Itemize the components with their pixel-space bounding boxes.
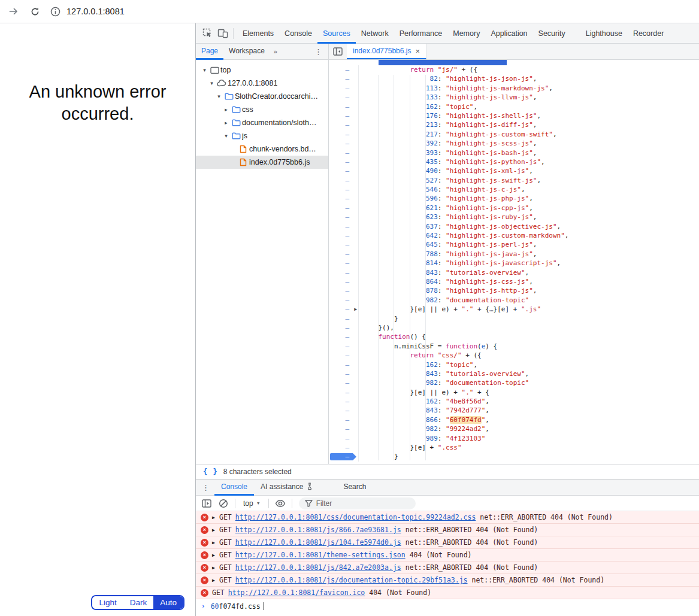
code-line[interactable]: – }(),	[329, 323, 699, 332]
code-line[interactable]: – 113: "highlight-js-markdown-js",	[329, 84, 699, 93]
line-gutter[interactable]: –	[329, 314, 359, 323]
code-line[interactable]: – 982: "99224ad2",	[329, 424, 699, 433]
tree-item-js[interactable]: ▾js	[196, 129, 328, 142]
pretty-print-icon[interactable]: { }	[203, 468, 218, 476]
fold-arrow-icon[interactable]: ▶	[354, 305, 357, 314]
code-line[interactable]: – 788: "highlight-js-java-js",	[329, 250, 699, 259]
line-gutter[interactable]: –	[329, 277, 359, 286]
tree-item-top[interactable]: ▾top	[196, 63, 328, 77]
code-line[interactable]: – 527: "highlight-js-swift-js",	[329, 176, 699, 185]
drawer-more-icon[interactable]: ⋮	[196, 483, 214, 492]
line-gutter[interactable]: –	[329, 323, 359, 332]
forward-button[interactable]	[5, 3, 22, 20]
request-url-link[interactable]: http://127.0.0.1:8081/favicon.ico	[228, 588, 365, 597]
console-error-row[interactable]: ×▶GEThttp://127.0.0.1:8081/js/documentat…	[196, 574, 699, 587]
expand-caret-icon[interactable]: ▶	[212, 565, 219, 571]
code-line[interactable]: – 637: "highlight-js-objectivec-js",	[329, 222, 699, 231]
code-line[interactable]: – 392: "highlight-js-scss-js",	[329, 139, 699, 148]
code-line[interactable]: – 176: "highlight-js-shell-js",	[329, 111, 699, 120]
disclosure-open-icon[interactable]: ▾	[222, 133, 230, 139]
tree-item-chunk-vendors-bd-[interactable]: chunk-vendors.bd…	[196, 142, 328, 156]
inspect-element-icon[interactable]	[199, 26, 215, 41]
code-line[interactable]: – 843: "tutorials-overview",	[329, 268, 699, 277]
sidebar-tab-workspace[interactable]: Workspace	[223, 44, 270, 60]
line-gutter[interactable]: –	[329, 93, 359, 102]
line-gutter[interactable]: –	[329, 434, 359, 443]
line-gutter[interactable]: –	[329, 130, 359, 139]
line-gutter[interactable]: –	[329, 415, 359, 424]
line-gutter[interactable]: –	[329, 176, 359, 185]
line-gutter[interactable]: –	[329, 378, 359, 387]
request-url-link[interactable]: http://127.0.0.1:8081/js/documentation-t…	[235, 576, 468, 584]
disclosure-open-icon[interactable]: ▾	[215, 93, 223, 99]
line-gutter[interactable]: –	[329, 406, 359, 415]
tab-memory[interactable]: Memory	[447, 23, 485, 44]
tab-elements[interactable]: Elements	[237, 23, 279, 44]
code-line[interactable]: – 989: "4f123103"	[329, 434, 699, 443]
expand-caret-icon[interactable]: ▶	[212, 527, 219, 533]
hide-navigator-icon[interactable]	[329, 44, 347, 59]
request-url-link[interactable]: http://127.0.0.1:8081/js/866.7ae93681.js	[235, 526, 401, 534]
live-expression-eye-icon[interactable]	[273, 497, 288, 510]
line-gutter[interactable]: –	[329, 194, 359, 203]
line-gutter[interactable]: –	[329, 204, 359, 213]
disclosure-closed-icon[interactable]: ▸	[222, 120, 230, 126]
code-line[interactable]: – n.miniCssF = function(e) {	[329, 342, 699, 351]
reload-button[interactable]	[26, 3, 43, 20]
context-selector[interactable]: top ▼	[240, 499, 264, 508]
code-line[interactable]: – }	[329, 452, 699, 461]
expand-caret-icon[interactable]: ▶	[212, 578, 219, 583]
console-error-row[interactable]: ×▶GEThttp://127.0.0.1:8081/theme-setting…	[196, 549, 699, 562]
code-line[interactable]: – 623: "highlight-js-ruby-js",	[329, 213, 699, 221]
code-line[interactable]: – 866: "60f074fd",	[329, 415, 699, 424]
expand-caret-icon[interactable]: ▶	[212, 540, 219, 545]
line-gutter[interactable]: –	[329, 286, 359, 295]
code-line[interactable]: – 814: "highlight-js-javascript-js",	[329, 259, 699, 268]
console-error-row[interactable]: ×▶GEThttp://127.0.0.1:8081/css/documenta…	[196, 511, 699, 524]
expand-caret-icon[interactable]: ▶	[212, 515, 219, 520]
console-error-row[interactable]: ×▶GEThttp://127.0.0.1:8081/js/104.fe5974…	[196, 536, 699, 549]
code-line[interactable]: – 217: "highlight-js-custom-swift",	[329, 130, 699, 139]
tree-item-index-0d775bb6-js[interactable]: index.0d775bb6.js	[196, 156, 328, 169]
code-line[interactable]: – 878: "highlight-js-http-js",	[329, 286, 699, 295]
disclosure-closed-icon[interactable]: ▸	[222, 107, 230, 113]
url-text[interactable]: 127.0.0.1:8081	[66, 7, 125, 16]
request-url-link[interactable]: http://127.0.0.1:8081/js/104.fe5974d0.js	[235, 538, 401, 547]
code-line[interactable]: – 133: "highlight-js-llvm-js",	[329, 93, 699, 102]
code-editor[interactable]: – return "js/" + ({– 82: "highlight-js-j…	[329, 60, 699, 464]
line-gutter[interactable]: –	[329, 102, 359, 111]
tab-security[interactable]: Security	[533, 23, 571, 44]
code-line[interactable]: – }	[329, 314, 699, 323]
line-gutter[interactable]: –	[329, 452, 359, 461]
line-gutter[interactable]: –	[329, 332, 359, 341]
line-gutter[interactable]: –	[329, 360, 359, 369]
code-line[interactable]: – 843: "tutorials-overview",	[329, 369, 699, 378]
line-gutter[interactable]: –	[329, 443, 359, 452]
line-gutter[interactable]: –	[329, 65, 359, 74]
tab-recorder[interactable]: Recorder	[628, 23, 669, 44]
disclosure-open-icon[interactable]: ▾	[208, 80, 216, 86]
tab-application[interactable]: Application	[485, 23, 532, 44]
request-url-link[interactable]: http://127.0.0.1:8081/css/documentation-…	[235, 513, 476, 521]
code-line[interactable]: – 982: "documentation-topic"	[329, 296, 699, 305]
drawer-tab-search[interactable]: Search	[337, 480, 373, 496]
code-line[interactable]: – return "js/" + ({	[329, 65, 699, 74]
theme-option-dark[interactable]: Dark	[123, 596, 154, 609]
drawer-tab-ai-assistance[interactable]: AI assistance	[254, 480, 320, 496]
line-gutter[interactable]: –	[329, 185, 359, 194]
line-gutter[interactable]: –	[329, 231, 359, 240]
line-gutter[interactable]: –	[329, 397, 359, 406]
tab-lighthouse[interactable]: Lighthouse	[580, 23, 628, 44]
code-line[interactable]: – 393: "highlight-js-bash-js",	[329, 148, 699, 157]
line-gutter[interactable]: –	[329, 369, 359, 378]
close-tab-icon[interactable]: ×	[415, 47, 420, 56]
theme-option-light[interactable]: Light	[92, 596, 123, 609]
line-gutter[interactable]: –	[329, 342, 359, 351]
code-line[interactable]: – 213: "highlight-js-diff-js",	[329, 120, 699, 129]
line-gutter[interactable]: –	[329, 157, 359, 166]
line-gutter[interactable]: –	[329, 268, 359, 277]
code-line[interactable]: –▶ }[e] || e) + "." + {…}[e] + ".js"	[329, 305, 699, 314]
code-line[interactable]: – function() {	[329, 332, 699, 341]
line-gutter[interactable]: –	[329, 148, 359, 157]
code-line[interactable]: – return "css/" + ({	[329, 351, 699, 360]
